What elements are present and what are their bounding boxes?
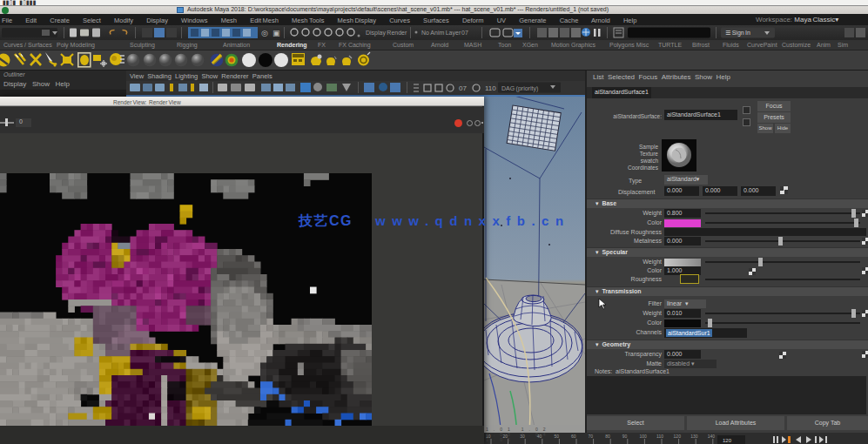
svg-text:140: 140 — [708, 434, 716, 439]
svg-text:120: 120 — [723, 438, 732, 443]
svg-text:▣: ▣ — [273, 29, 280, 37]
svg-text:Display Render: Display Render — [366, 30, 407, 37]
svg-text:☰ Sign In: ☰ Sign In — [725, 30, 750, 37]
svg-text:130: 130 — [690, 434, 698, 439]
svg-text:110: 110 — [656, 434, 663, 439]
svg-text:70: 70 — [589, 434, 594, 439]
svg-text:No Anim Layer: No Anim Layer — [421, 30, 461, 37]
svg-text:80: 80 — [605, 434, 610, 439]
svg-text:90: 90 — [622, 434, 628, 439]
svg-text:◎: ◎ — [261, 29, 268, 37]
svg-text:120: 120 — [674, 434, 682, 439]
svg-text:100: 100 — [639, 434, 647, 439]
svg-text:DAG (priority): DAG (priority) — [501, 85, 538, 92]
svg-text:07: 07 — [461, 30, 468, 36]
svg-text:07: 07 — [459, 84, 467, 92]
svg-text:110: 110 — [485, 84, 496, 92]
